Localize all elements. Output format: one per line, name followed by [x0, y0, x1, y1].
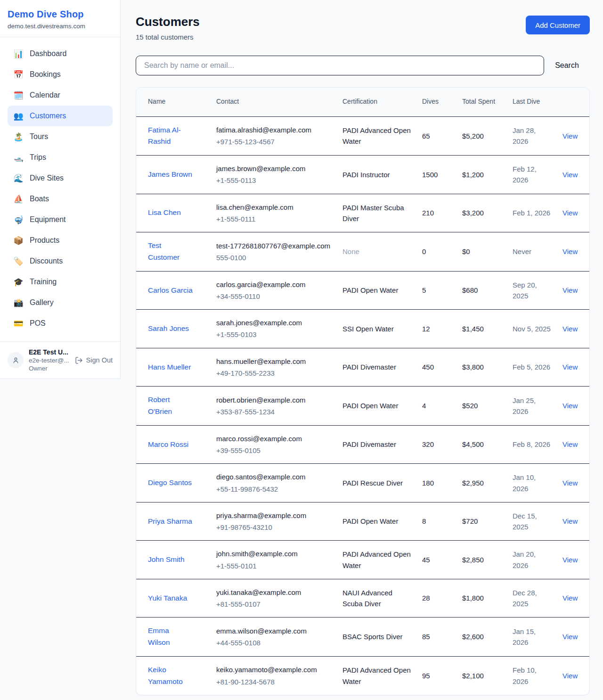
- view-link[interactable]: View: [562, 325, 578, 333]
- sidebar-item-customers[interactable]: 👥 Customers: [8, 106, 113, 126]
- customer-name-cell: Priya Sharma: [136, 502, 216, 541]
- contact-cell: priya.sharma@example.com +91-98765-43210: [216, 502, 342, 541]
- certification-cell: PADI Advanced Open Water: [342, 656, 422, 695]
- sidebar-item-dive-sites[interactable]: 🌊 Dive Sites: [8, 168, 113, 189]
- customer-name-cell: John Smith: [136, 541, 216, 579]
- customer-name-cell: James Brown: [136, 156, 216, 194]
- dives-cell: 180: [422, 464, 462, 502]
- total-spent-cell: $2,600: [462, 618, 513, 657]
- add-customer-button[interactable]: Add Customer: [526, 16, 590, 34]
- customer-name-link[interactable]: Sarah Jones: [148, 324, 189, 332]
- search-input[interactable]: [136, 56, 544, 75]
- customer-name-cell: Robert O'Brien: [136, 387, 216, 426]
- last-dive-cell: Jan 20, 2026: [513, 541, 562, 579]
- view-cell: View: [562, 194, 589, 232]
- sidebar-item-discounts[interactable]: 🏷️ Discounts: [8, 251, 113, 272]
- customer-phone: +1-555-0101: [216, 560, 331, 571]
- sailboat-icon: ⛵: [13, 195, 24, 203]
- customer-name-link[interactable]: Yuki Tanaka: [148, 594, 187, 602]
- customer-email: fatima.alrashid@example.com: [216, 124, 331, 135]
- customer-name-link[interactable]: Lisa Chen: [148, 208, 181, 216]
- view-link[interactable]: View: [562, 132, 578, 140]
- view-link[interactable]: View: [562, 594, 578, 602]
- view-link[interactable]: View: [562, 633, 578, 641]
- sidebar-item-tours[interactable]: 🏝️ Tours: [8, 126, 113, 147]
- customer-name-cell: Marco Rossi: [136, 425, 216, 464]
- customer-name-cell: Keiko Yamamoto: [136, 656, 216, 695]
- sidebar-item-trips[interactable]: 🛥️ Trips: [8, 147, 113, 168]
- customer-name-link[interactable]: Emma Wilson: [148, 626, 170, 646]
- customer-name-link[interactable]: Test Customer: [148, 241, 179, 261]
- view-link[interactable]: View: [562, 363, 578, 371]
- contact-cell: carlos.garcia@example.com +34-555-0110: [216, 271, 342, 310]
- customer-name-link[interactable]: Keiko Yamamoto: [148, 666, 183, 685]
- view-cell: View: [562, 579, 589, 618]
- sidebar-item-boats[interactable]: ⛵ Boats: [8, 189, 113, 209]
- search-row: Search: [136, 56, 590, 75]
- view-cell: View: [562, 348, 589, 387]
- user-section: E2E Test U... e2e-tester@... Owner Sign …: [0, 341, 120, 379]
- view-link[interactable]: View: [562, 672, 578, 680]
- customer-name-link[interactable]: Robert O'Brien: [148, 395, 172, 415]
- sidebar-item-equipment[interactable]: 🤿 Equipment: [8, 209, 113, 230]
- contact-cell: lisa.chen@example.com +1-555-0111: [216, 194, 342, 232]
- sidebar-nav: 📊 Dashboard 📅 Bookings 🗓️ Calendar 👥 Cus…: [0, 37, 120, 341]
- view-link[interactable]: View: [562, 440, 578, 448]
- certification-cell: PADI Open Water: [342, 387, 422, 426]
- customer-name-link[interactable]: Hans Mueller: [148, 363, 191, 371]
- customer-name-link[interactable]: John Smith: [148, 555, 185, 563]
- credit-card-icon: 💳: [13, 320, 24, 328]
- total-spent-cell: $5,200: [462, 116, 513, 156]
- sidebar-item-pos[interactable]: 💳 POS: [8, 313, 113, 334]
- customer-name-cell: Diego Santos: [136, 464, 216, 502]
- customer-name-link[interactable]: Fatima Al-Rashid: [148, 126, 181, 146]
- dives-cell: 320: [422, 425, 462, 464]
- view-link[interactable]: View: [562, 402, 578, 410]
- view-link[interactable]: View: [562, 171, 578, 179]
- dives-cell: 450: [422, 348, 462, 387]
- view-link[interactable]: View: [562, 209, 578, 217]
- dives-cell: 4: [422, 387, 462, 426]
- customer-phone: +91-98765-43210: [216, 522, 331, 533]
- customer-name-link[interactable]: Marco Rossi: [148, 440, 188, 448]
- calendar-date-icon: 📅: [13, 71, 24, 79]
- customer-phone: +353-87-555-1234: [216, 406, 331, 417]
- sidebar-item-products[interactable]: 📦 Products: [8, 230, 113, 251]
- view-link[interactable]: View: [562, 247, 578, 255]
- customer-name-link[interactable]: James Brown: [148, 170, 192, 178]
- table-row: Carlos Garcia carlos.garcia@example.com …: [136, 271, 589, 310]
- dives-cell: 8: [422, 502, 462, 541]
- contact-cell: james.brown@example.com +1-555-0113: [216, 156, 342, 194]
- sign-out-button[interactable]: Sign Out: [75, 356, 113, 364]
- motorboat-icon: 🛥️: [13, 154, 24, 162]
- view-link[interactable]: View: [562, 556, 578, 564]
- sidebar-item-training[interactable]: 🎓 Training: [8, 272, 113, 292]
- total-spent-cell: $520: [462, 387, 513, 426]
- search-button[interactable]: Search: [544, 61, 590, 70]
- column-header-actions: [562, 88, 589, 116]
- contact-cell: emma.wilson@example.com +44-555-0108: [216, 618, 342, 657]
- sidebar-item-bookings[interactable]: 📅 Bookings: [8, 64, 113, 85]
- sidebar-item-calendar[interactable]: 🗓️ Calendar: [8, 85, 113, 106]
- total-spent-cell: $680: [462, 271, 513, 310]
- sidebar-item-gallery[interactable]: 📸 Gallery: [8, 292, 113, 313]
- view-link[interactable]: View: [562, 517, 578, 525]
- customer-name-link[interactable]: Carlos Garcia: [148, 286, 193, 294]
- bar-chart-icon: 📊: [13, 50, 24, 58]
- certification-cell: PADI Divemaster: [342, 425, 422, 464]
- table-row: Emma Wilson emma.wilson@example.com +44-…: [136, 618, 589, 657]
- customer-phone: +81-555-0107: [216, 599, 331, 609]
- last-dive-cell: Feb 5, 2026: [513, 348, 562, 387]
- total-spent-cell: $1,200: [462, 156, 513, 194]
- certification-cell: PADI Advanced Open Water: [342, 116, 422, 156]
- shop-domain: demo.test.divestreams.com: [8, 23, 113, 30]
- view-link[interactable]: View: [562, 479, 578, 487]
- spiral-calendar-icon: 🗓️: [13, 91, 24, 99]
- customer-name-link[interactable]: Priya Sharma: [148, 517, 192, 525]
- customer-name-link[interactable]: Diego Santos: [148, 478, 192, 486]
- sign-out-label: Sign Out: [86, 356, 113, 364]
- view-link[interactable]: View: [562, 286, 578, 294]
- column-header-last-dive: Last Dive: [513, 88, 562, 116]
- shop-name: Demo Dive Shop: [8, 9, 113, 20]
- sidebar-item-dashboard[interactable]: 📊 Dashboard: [8, 43, 113, 64]
